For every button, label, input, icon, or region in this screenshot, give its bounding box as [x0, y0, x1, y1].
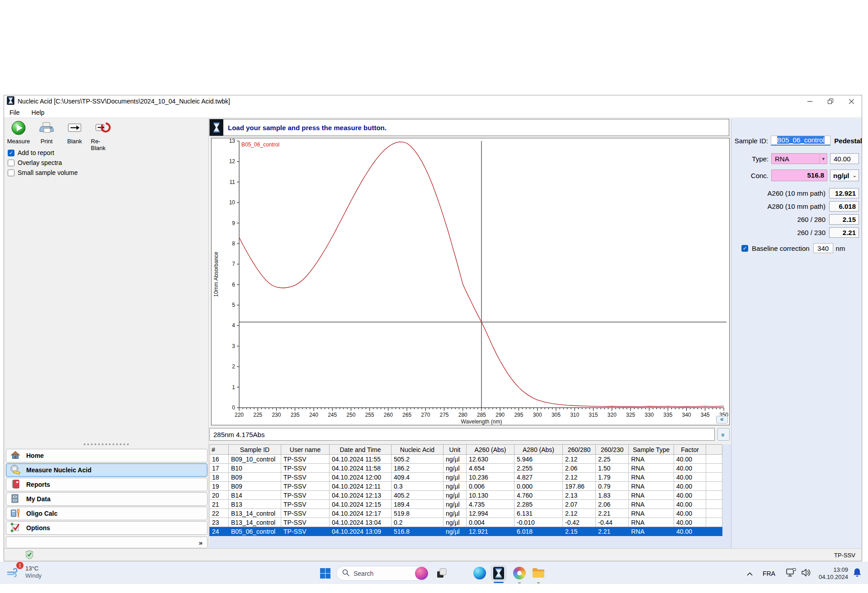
sidebar-item-reports[interactable]: Reports	[6, 478, 208, 491]
table-cell: TP-SSV	[281, 455, 330, 464]
svg-text:13: 13	[229, 138, 236, 144]
cursor-readout: 285nm 4.175Abs	[209, 428, 715, 441]
table-cell: 04.10.2024 12:11	[330, 482, 392, 491]
expand-readout-button[interactable]: »	[717, 428, 730, 441]
column-header[interactable]: Unit	[443, 445, 467, 455]
table-cell: RNA	[629, 509, 674, 518]
svg-text:265: 265	[402, 412, 411, 418]
chart-collapse-button[interactable]: «	[716, 416, 728, 424]
table-cell: RNA	[629, 518, 674, 527]
overlay-spectra-checkbox[interactable]: Overlay spectra	[8, 159, 78, 167]
wind-icon: 1	[6, 565, 22, 580]
table-cell: B09	[229, 482, 281, 491]
sidebar-item-home[interactable]: Home	[6, 449, 208, 462]
task-view-button[interactable]	[434, 565, 449, 581]
edge-browser-icon[interactable]	[472, 565, 487, 581]
collapse-chevrons-icon: »	[199, 539, 203, 546]
table-cell: 2.07	[563, 500, 596, 509]
svg-text:340: 340	[682, 412, 691, 418]
table-row[interactable]: 20B14TP-SSV04.10.2024 12:13405.2ng/µl10.…	[210, 491, 722, 500]
file-explorer-icon[interactable]	[531, 565, 546, 581]
volume-icon[interactable]	[802, 569, 811, 579]
add-to-report-checkbox[interactable]: ✓ Add to report	[8, 149, 78, 157]
table-cell: ng/µl	[443, 491, 467, 500]
paint-icon[interactable]	[512, 565, 527, 581]
table-row[interactable]: 19B09TP-SSV04.10.2024 12:110.3ng/µl0.006…	[210, 482, 722, 491]
table-row[interactable]: 22B13_14_controlTP-SSV04.10.2024 12:1751…	[210, 509, 722, 518]
column-header[interactable]: #	[210, 445, 229, 455]
table-cell: 4.735	[467, 500, 514, 509]
window-title: Nucleic Acid [C:\Users\TP-SSV\Documents\…	[18, 98, 230, 105]
measure-button[interactable]: Measure	[7, 120, 30, 151]
table-row[interactable]: 18B09TP-SSV04.10.2024 12:00409.4ng/µl10.…	[210, 473, 722, 482]
column-header[interactable]: User name	[281, 445, 330, 455]
table-row[interactable]: 23B13_14_controlTP-SSV04.10.2024 13:040.…	[210, 518, 722, 527]
close-button[interactable]	[841, 95, 862, 107]
table-cell: B13_14_control	[229, 518, 281, 527]
table-row[interactable]: 17B10TP-SSV04.10.2024 11:58186.2ng/µl4.6…	[210, 464, 722, 473]
sidebar-item-label: My Data	[26, 495, 51, 503]
table-cell: 04.10.2024 11:55	[330, 455, 392, 464]
blank-button[interactable]: Blank	[63, 120, 86, 151]
column-header[interactable]: 260/280	[563, 445, 596, 455]
splitter-handle[interactable]	[84, 443, 129, 445]
metric-row: A260 (10 mm path)12.921	[731, 188, 862, 198]
menu-file[interactable]: File	[9, 109, 20, 116]
baseline-wavelength-input[interactable]: 340	[813, 243, 833, 253]
checkbox-icon: ✓	[8, 150, 14, 156]
table-cell: 2.13	[563, 491, 596, 500]
restore-button[interactable]	[820, 95, 841, 107]
column-header[interactable]: Sample ID	[229, 445, 281, 455]
nanodrop-taskbar-icon[interactable]	[491, 565, 506, 581]
table-row[interactable]: 21B13TP-SSV04.10.2024 12:15189.4ng/µl4.7…	[210, 500, 722, 509]
svg-text:270: 270	[421, 412, 430, 418]
table-cell: 24	[210, 527, 229, 536]
column-header[interactable]: Factor	[674, 445, 706, 455]
sidebar-item-my-data[interactable]: My Data	[6, 492, 208, 506]
measure-options: ✓ Add to report Overlay spectra Small sa…	[8, 149, 78, 177]
sample-id-input[interactable]: B05_06_control	[771, 136, 830, 146]
svg-text:290: 290	[495, 412, 505, 418]
sidebar-item-measure-nucleic-acid[interactable]: Measure Nucleic Acid	[6, 463, 208, 477]
table-row[interactable]: 24B05_06_controlTP-SSV04.10.2024 13:0951…	[210, 527, 722, 536]
svg-text:9: 9	[232, 220, 235, 226]
network-icon[interactable]	[786, 568, 796, 579]
print-button[interactable]: Print	[35, 120, 58, 151]
search-placeholder: Search	[354, 570, 373, 577]
results-table[interactable]: #Sample IDUser nameDate and TimeNucleic …	[209, 444, 722, 536]
notification-bell-icon[interactable]	[853, 568, 862, 579]
minimize-button[interactable]	[799, 95, 820, 107]
table-cell: -0.44	[596, 518, 629, 527]
menu-help[interactable]: Help	[32, 109, 45, 116]
table-row[interactable]: 16B09_10_controlTP-SSV04.10.2024 11:5550…	[210, 455, 722, 464]
taskbar-search[interactable]: Search	[336, 566, 429, 581]
column-header[interactable]: Nucleic Acid	[392, 445, 443, 455]
input-language[interactable]: FRA	[763, 570, 775, 577]
baseline-checkbox[interactable]: ✓	[741, 245, 748, 252]
column-header[interactable]: Date and Time	[330, 445, 392, 455]
start-button[interactable]	[317, 565, 333, 581]
type-select[interactable]: RNA ▾	[771, 153, 827, 164]
checkbox-icon	[8, 169, 14, 176]
sidebar-item-oligo-calc[interactable]: Oligo Calc	[6, 507, 208, 520]
sidebar-collapse-button[interactable]: »	[6, 537, 208, 548]
table-cell: 21	[210, 500, 229, 509]
absorbance-chart[interactable]: 0123456789101112132202252302352402452502…	[211, 138, 730, 425]
sidebar-item-options[interactable]: Options	[6, 521, 208, 535]
table-cell: 2.255	[514, 464, 563, 473]
weather-widget[interactable]: 1 13°C Windy	[6, 565, 42, 580]
table-cell: 4.654	[467, 464, 514, 473]
column-header[interactable]: A280 (Abs)	[514, 445, 563, 455]
reblank-button[interactable]: Re-Blank	[91, 120, 114, 151]
column-header[interactable]: 260/230	[596, 445, 629, 455]
clock[interactable]: 13:09 04.10.2024	[819, 566, 848, 581]
tray-expand-chevron[interactable]	[747, 569, 753, 578]
small-sample-volume-checkbox[interactable]: Small sample volume	[8, 169, 78, 177]
column-header[interactable]: Sample Type	[629, 445, 674, 455]
svg-text:6: 6	[232, 282, 235, 288]
metric-value: 2.21	[829, 227, 859, 238]
unit-select[interactable]: ng/µl ⌄	[830, 169, 859, 181]
factor-field[interactable]: 40.00	[830, 153, 859, 164]
table-cell: TP-SSV	[281, 482, 330, 491]
column-header[interactable]: A260 (Abs)	[467, 445, 514, 455]
